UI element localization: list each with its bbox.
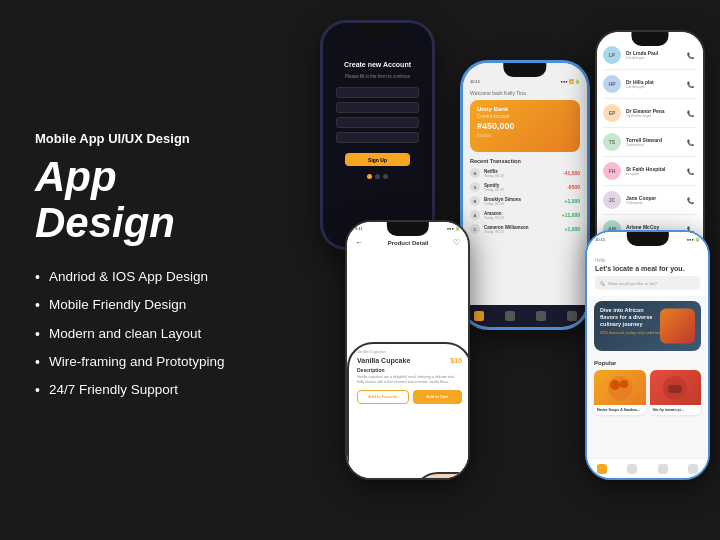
add-to-cart-button[interactable]: Add to Cart [413, 390, 463, 404]
main-title: App Design [35, 154, 250, 246]
features-list: Andriod & IOS App Design Mobile Friendly… [35, 268, 250, 399]
phone-1-field-phone[interactable] [336, 102, 420, 113]
dot-1 [367, 174, 372, 179]
phone-notch-2 [503, 63, 546, 77]
svg-rect-9 [668, 385, 682, 393]
phone-product: 9:41 ●●● 🔋 ← Product Detail ♡ [345, 220, 470, 480]
phone-1-screen: Create new Account Please fill in the fo… [323, 23, 432, 247]
call-icon-6[interactable]: 📞 [683, 193, 697, 207]
phone-contacts: LP Dr Linda Paul Cardiologist 📞 HP Dr Hi… [595, 30, 705, 260]
contact-6[interactable]: JC Jane Cooper Orthopedic 📞 [603, 191, 697, 215]
call-icon-2[interactable]: 📞 [683, 77, 697, 91]
trans-spotify: S Spotify Today, 06:10 -9500 [470, 182, 580, 192]
phone-1-signup-button[interactable]: Sign Up [345, 153, 410, 166]
avatar-4: TS [603, 133, 621, 151]
avatar-3: EP [603, 104, 621, 122]
food-img-1 [605, 373, 635, 403]
feature-item-3: Modern and clean Layout [35, 325, 250, 343]
phone-food: 10:15 ●●● 🔋 Hello Let's locate a meal fo… [585, 230, 710, 480]
feature-item-1: Andriod & IOS App Design [35, 268, 250, 286]
phone-create-account: Create new Account Please fill in the fo… [320, 20, 435, 250]
phone-3-screen: 9:41 ●●● 🔋 ← Product Detail ♡ [347, 222, 468, 478]
food-card-img-1 [594, 370, 646, 405]
food-search-input[interactable]: 🔍 What would you like to eat? [595, 276, 700, 290]
left-panel: Mobile App UI/UX Design App Design Andri… [0, 101, 280, 439]
phone-1-field-name[interactable] [336, 87, 420, 98]
food-card-2[interactable]: Stir-fry tomato pi... [650, 370, 702, 415]
main-container: Mobile App UI/UX Design App Design Andri… [0, 0, 720, 540]
food-nav-home[interactable] [597, 464, 607, 474]
contact-3[interactable]: EP Dr Eleanor Pena Ophthalmologist 📞 [603, 104, 697, 128]
nav-home-icon[interactable] [474, 311, 484, 321]
food-card-1[interactable]: Native Soups & Sandwo... [594, 370, 646, 415]
banking-bottom-nav [463, 305, 587, 327]
avatar-6: JC [603, 191, 621, 209]
avatar-2: HP [603, 75, 621, 93]
feature-item-4: Wire-framing and Prototyping [35, 353, 250, 371]
food-cards-row: Native Soups & Sandwo... Stir-fry tomato… [594, 370, 701, 415]
phone-notch-1 [358, 23, 396, 37]
feature-item-5: 24/7 Friendly Support [35, 381, 250, 399]
phone-1-field-email[interactable] [336, 117, 420, 128]
nav-wallet-icon[interactable] [505, 311, 515, 321]
feature-item-2: Mobile Friendly Design [35, 296, 250, 314]
phone-notch-3 [386, 222, 428, 236]
svg-point-6 [610, 380, 620, 390]
product-buttons: Add to Favorite Add to Cart [357, 390, 462, 404]
phone-2-welcome: Welcome back Kelly Tina [470, 90, 580, 96]
food-nav-profile[interactable] [688, 464, 698, 474]
phone-5-screen: 10:15 ●●● 🔋 Hello Let's locate a meal fo… [587, 232, 708, 478]
phone-3-navbar: ← Product Detail ♡ [347, 235, 468, 250]
food-bottom-nav [587, 458, 708, 478]
transactions-title: Recent Transaction [470, 158, 580, 164]
trans-brooklyn: B Brooklyn Simons Today, 06:10 +1,000 [470, 196, 580, 206]
food-nav-cart[interactable] [658, 464, 668, 474]
food-card-img-2 [650, 370, 702, 405]
call-icon-4[interactable]: 📞 [683, 135, 697, 149]
phones-area: Create new Account Please fill in the fo… [280, 0, 720, 540]
product-info-section: Vanilla Cupcake Vanilla Cupcake $10 Desc… [347, 342, 468, 478]
contact-1[interactable]: LP Dr Linda Paul Cardiologist 📞 [603, 46, 697, 70]
trans-cameron: C Cameron Williamson Today, 06:10 +1,000 [470, 224, 580, 234]
bank-card: Unity Bank Current Account #450,000 01/2… [470, 100, 580, 152]
phone-1-title: Create new Account [344, 61, 411, 68]
nav-history-icon[interactable] [536, 311, 546, 321]
call-icon-5[interactable]: 📞 [683, 164, 697, 178]
phone-1-subtitle: Please fill in the form to continue [345, 74, 410, 79]
product-name-row: Vanilla Cupcake $10 [357, 357, 462, 364]
dot-3 [383, 174, 388, 179]
search-icon: 🔍 [600, 281, 605, 286]
popular-section: Popular Native Soups & Sandwo... [587, 356, 708, 419]
trans-amazon: A Amazon Today, 06:10 +11,000 [470, 210, 580, 220]
back-icon[interactable]: ← [355, 238, 363, 247]
dot-2 [375, 174, 380, 179]
phone-notch-4 [631, 32, 668, 46]
food-nav-search[interactable] [627, 464, 637, 474]
phone-banking: 10:15 ●●● 📶 🔋 Welcome back Kelly Tina Un… [460, 60, 590, 330]
food-img-2 [660, 373, 690, 403]
trans-netflix: N Netflix Today, 06:10 -41,500 [470, 168, 580, 178]
contact-4[interactable]: TS Torrell Steward Optometrist 📞 [603, 133, 697, 157]
food-header: Hello Let's locate a meal for you. 🔍 Wha… [587, 246, 708, 296]
svg-point-7 [620, 380, 628, 388]
phone-2-screen: 10:15 ●●● 📶 🔋 Welcome back Kelly Tina Un… [463, 63, 587, 327]
heart-icon[interactable]: ♡ [453, 238, 460, 247]
call-icon-3[interactable]: 📞 [683, 106, 697, 120]
add-to-favorite-button[interactable]: Add to Favorite [357, 390, 409, 404]
phone-4-screen: LP Dr Linda Paul Cardiologist 📞 HP Dr Hi… [597, 32, 703, 258]
contact-2[interactable]: HP Dr Hilla plat Cardiologist 📞 [603, 75, 697, 99]
promo-banner: Dive into African flavors for a diverse … [594, 301, 701, 351]
phone-1-field-password[interactable] [336, 132, 420, 143]
avatar-1: LP [603, 46, 621, 64]
phone-notch-5 [626, 232, 668, 246]
call-icon-1[interactable]: 📞 [683, 48, 697, 62]
avatar-5: FH [603, 162, 621, 180]
subtitle-text: Mobile App UI/UX Design [35, 131, 250, 148]
phone-2-status: 10:15 ●●● 📶 🔋 [470, 79, 580, 84]
promo-image [660, 309, 695, 344]
nav-profile-icon[interactable] [567, 311, 577, 321]
contact-5[interactable]: FH St Faith Hospital Hospital 📞 [603, 162, 697, 186]
phone-1-dots [367, 174, 388, 179]
